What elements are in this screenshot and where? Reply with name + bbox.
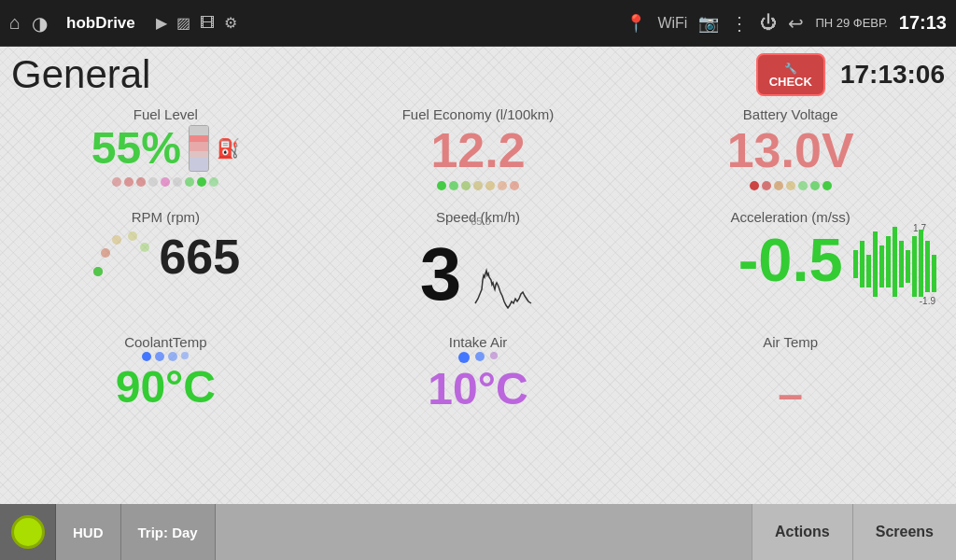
- svg-rect-15: [912, 236, 917, 297]
- battery-dots: [750, 181, 832, 190]
- circle-indicator: [11, 515, 45, 549]
- accel-bottom-value: -1.9: [920, 296, 936, 306]
- fuel-pump-icon: ⛽: [217, 137, 240, 160]
- trip-label: Trip: Day: [138, 525, 198, 540]
- intake-air-label: Intake Air: [449, 334, 508, 350]
- air-temp-cell[interactable]: Air Temp –: [634, 327, 947, 429]
- status-bar: ⌂ ◑ hobDrive ▶ ▨ 🎞 ⚙ 📍 WiFi 📷 ⋮ ⏻ ↩ ПН 2…: [0, 0, 956, 47]
- svg-rect-16: [919, 230, 923, 297]
- air-temp-label: Air Temp: [763, 334, 818, 350]
- acceleration-label: Acceleration (m/ss): [730, 209, 850, 225]
- main-content: General 🔧 CHECK 17:13:06 Fuel Level 55%: [0, 47, 956, 504]
- image-icon[interactable]: ▨: [176, 14, 190, 32]
- menu-icon[interactable]: ⋮: [730, 12, 749, 35]
- svg-rect-13: [899, 241, 904, 287]
- fuel-economy-label: Fuel Economy (l/100km): [402, 106, 555, 122]
- battery-voltage-value: 13.0V: [727, 124, 854, 177]
- check-icon: 🔧: [784, 63, 797, 74]
- svg-rect-10: [879, 245, 884, 287]
- bottom-bar: HUD Trip: Day Actions Screens: [0, 504, 956, 560]
- film-icon[interactable]: 🎞: [200, 15, 215, 32]
- fuel-bar: [189, 125, 209, 172]
- fuel-economy-dots: [437, 181, 519, 190]
- rpm-value: 665: [159, 231, 240, 284]
- camera-icon: 📷: [698, 13, 719, 34]
- status-date: ПН 29 ФЕВР.: [815, 16, 887, 30]
- acceleration-value: -0.5: [738, 227, 843, 294]
- screens-button[interactable]: Screens: [853, 504, 956, 560]
- status-right: 📍 WiFi 📷 ⋮ ⏻ ↩ ПН 29 ФЕВР. 17:13: [626, 12, 947, 35]
- header-time: 17:13:06: [840, 60, 945, 90]
- screens-label: Screens: [876, 524, 934, 540]
- svg-rect-17: [925, 241, 930, 292]
- rpm-row: 665: [91, 227, 240, 287]
- air-temp-value: –: [778, 371, 803, 420]
- metrics-grid: Fuel Level 55% ⛽: [0, 99, 956, 429]
- rpm-label: RPM (rpm): [132, 209, 200, 225]
- fuel-visual: ⛽: [189, 125, 240, 172]
- svg-point-5: [93, 267, 103, 276]
- svg-point-3: [128, 231, 137, 241]
- wifi-icon: WiFi: [657, 15, 687, 32]
- page-title: General: [11, 52, 150, 97]
- header-row: General 🔧 CHECK 17:13:06: [0, 47, 956, 99]
- fuel-level-value: 55%: [91, 124, 181, 174]
- svg-rect-11: [886, 236, 891, 287]
- clock-icon: ◑: [32, 12, 48, 35]
- intake-dots: [458, 352, 498, 363]
- actions-label: Actions: [775, 524, 830, 540]
- svg-rect-8: [866, 255, 871, 287]
- hud-label: HUD: [73, 525, 104, 540]
- hud-button[interactable]: HUD: [56, 504, 121, 560]
- speed-cell[interactable]: Speed (km/h) 3 65.0: [322, 202, 635, 327]
- speed-value: 3: [420, 233, 462, 315]
- settings-icon[interactable]: ⚙: [224, 14, 237, 32]
- svg-rect-6: [853, 250, 858, 278]
- home-icon[interactable]: ⌂: [9, 12, 21, 34]
- coolant-dots: [142, 352, 189, 361]
- rpm-arc: [91, 227, 151, 287]
- check-label: CHECK: [769, 75, 812, 89]
- bottom-spacer: [216, 504, 752, 560]
- svg-point-4: [140, 243, 149, 252]
- svg-point-1: [101, 248, 110, 258]
- svg-point-2: [112, 235, 121, 245]
- intake-air-value: 10°C: [428, 365, 527, 414]
- trip-button[interactable]: Trip: Day: [121, 504, 216, 560]
- accel-bar-chart: 1.7: [851, 222, 940, 306]
- speed-chart-value: 65.0: [471, 216, 490, 227]
- back-icon[interactable]: ↩: [788, 12, 804, 35]
- fuel-level-label: Fuel Level: [134, 106, 198, 122]
- fuel-gauge-dots: [112, 177, 218, 187]
- battery-voltage-label: Battery Voltage: [743, 106, 838, 122]
- fuel-economy-cell[interactable]: Fuel Economy (l/100km) 12.2: [322, 99, 635, 202]
- status-left: ⌂ ◑ hobDrive ▶ ▨ 🎞 ⚙: [9, 12, 237, 35]
- intake-air-cell[interactable]: Intake Air 10°C: [322, 327, 635, 429]
- svg-rect-7: [860, 241, 865, 287]
- location-icon: 📍: [626, 13, 646, 34]
- actions-button[interactable]: Actions: [752, 504, 853, 560]
- circle-button[interactable]: [0, 504, 56, 560]
- svg-rect-9: [873, 231, 878, 297]
- acceleration-cell[interactable]: Acceleration (m/ss) -0.5 1.7: [634, 202, 947, 327]
- header-right: 🔧 CHECK 17:13:06: [756, 53, 945, 96]
- coolant-temp-cell[interactable]: CoolantTemp 90°C: [9, 327, 322, 429]
- fuel-level-cell[interactable]: Fuel Level 55% ⛽: [9, 99, 322, 202]
- svg-rect-18: [932, 255, 936, 292]
- rpm-cell[interactable]: RPM (rpm) 665: [9, 202, 322, 327]
- app-title: hobDrive: [66, 14, 135, 33]
- coolant-temp-value: 90°C: [116, 363, 216, 413]
- power-icon[interactable]: ⏻: [760, 13, 777, 33]
- speed-chart: 65.0: [471, 227, 536, 321]
- svg-rect-12: [893, 227, 897, 297]
- check-badge[interactable]: 🔧 CHECK: [756, 53, 825, 96]
- play-icon[interactable]: ▶: [156, 14, 167, 32]
- app-icons: ▶ ▨ 🎞 ⚙: [156, 14, 237, 32]
- fuel-level-row: 55% ⛽: [91, 124, 240, 174]
- battery-voltage-cell[interactable]: Battery Voltage 13.0V: [634, 99, 947, 202]
- fuel-economy-value: 12.2: [430, 124, 525, 177]
- status-time: 17:13: [899, 12, 947, 34]
- coolant-temp-label: CoolantTemp: [124, 334, 206, 350]
- svg-rect-14: [906, 250, 910, 283]
